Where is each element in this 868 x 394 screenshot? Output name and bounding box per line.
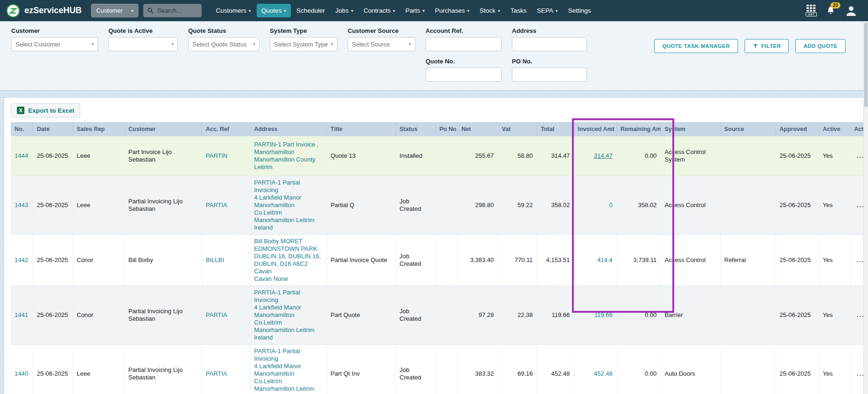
chevron-down-icon: ▾: [249, 8, 251, 13]
filter-label-quote-no: Quote No.: [426, 58, 502, 65]
col-header-po_no[interactable]: Po No: [435, 122, 457, 136]
col-header-source[interactable]: Source: [720, 122, 776, 136]
filter-select-quote-is-active[interactable]: ▾: [108, 37, 178, 51]
cell-action[interactable]: ...: [850, 176, 864, 234]
add-quote-button[interactable]: ADD QUOTE: [795, 39, 845, 53]
quote-task-manager-button[interactable]: QUOTE TASK MANAGER: [654, 39, 738, 53]
col-header-action[interactable]: Action: [850, 122, 864, 136]
chevron-down-icon: ▾: [423, 8, 425, 13]
cell-po_no: [435, 136, 457, 176]
cell-action[interactable]: ...: [850, 286, 864, 344]
content-panel: X Export to Excel No.DateSales RepCustom…: [4, 97, 864, 394]
cell-address[interactable]: PARTIN-1 Part Invoice , Manorhamilton Ma…: [250, 136, 327, 176]
cell-no[interactable]: 1441: [11, 286, 33, 344]
col-header-vat[interactable]: Vat: [498, 122, 537, 136]
export-to-excel-button[interactable]: X Export to Excel: [11, 103, 80, 117]
navbar-right: VAT 20: [806, 4, 861, 17]
nav-item-contracts[interactable]: Contracts▾: [359, 4, 400, 17]
filter-input-account-ref[interactable]: [426, 37, 502, 51]
col-header-sales_rep[interactable]: Sales Rep: [73, 122, 124, 136]
chevron-down-icon: ▾: [467, 8, 470, 13]
nav-item-stock[interactable]: Stock▾: [475, 4, 504, 17]
cell-address[interactable]: PARTIA-1 Partial Invoicing 4 Larkfield M…: [250, 176, 327, 234]
cell-acc_ref[interactable]: PARTIN: [202, 136, 250, 176]
search-input[interactable]: [156, 7, 196, 15]
vat-calculator-icon[interactable]: VAT: [806, 5, 817, 16]
nav-item-sepa[interactable]: SEPA▾: [532, 4, 563, 17]
cell-approved: 25-06-2025: [776, 286, 819, 344]
chevron-down-icon: ▾: [91, 42, 94, 46]
filter-input-po-no[interactable]: [512, 68, 587, 82]
chevron-down-icon: ▾: [331, 42, 333, 46]
table-row[interactable]: 144025-06-2025LeeePartial Invoicing Lijo…: [11, 344, 864, 394]
user-avatar[interactable]: [845, 4, 858, 17]
cell-invoiced_amt[interactable]: 0: [574, 176, 617, 234]
cell-action[interactable]: ...: [850, 344, 864, 394]
filter-select-quote-status[interactable]: Select Quote Status▾: [188, 37, 259, 51]
col-header-no[interactable]: No.: [11, 122, 33, 136]
col-header-customer[interactable]: Customer: [124, 122, 202, 136]
cell-action[interactable]: ...: [850, 136, 864, 176]
cell-invoiced_amt[interactable]: 314.47: [574, 136, 617, 176]
table-row[interactable]: 144125-06-2025ConorPartial Invoicing Lij…: [11, 286, 864, 344]
cell-no[interactable]: 1444: [11, 136, 33, 176]
cell-no[interactable]: 1440: [11, 344, 33, 394]
cell-acc_ref[interactable]: BILLBI: [202, 234, 250, 286]
cell-system: Access Control: [661, 234, 720, 286]
col-header-date[interactable]: Date: [33, 122, 73, 136]
filter-input-address[interactable]: [512, 37, 587, 51]
col-header-invoiced_amt[interactable]: Invoiced Amt: [574, 122, 617, 136]
nav-item-settings[interactable]: Settings: [563, 4, 596, 17]
cell-address[interactable]: Bill Bixby MORET EDMONSTOWN PARK DUBLIN …: [250, 234, 327, 286]
filter-button-label: FILTER: [761, 43, 781, 49]
filter-select-system-type[interactable]: Select System Type▾: [270, 37, 337, 51]
table-row[interactable]: 144325-06-2025LeeePartial Invoicing Lijo…: [11, 176, 864, 234]
filter-select-customer[interactable]: Select Customer▾: [11, 37, 98, 51]
col-header-total[interactable]: Total: [537, 122, 574, 136]
nav-item-purchases[interactable]: Purchases▾: [430, 4, 474, 17]
vertical-scrollbar[interactable]: [863, 21, 868, 394]
nav-item-parts[interactable]: Parts▾: [401, 4, 429, 17]
col-header-system[interactable]: System: [661, 122, 720, 136]
cell-address[interactable]: PARTIA-1 Partial Invoicing 4 Larkfield M…: [250, 286, 327, 344]
scrollbar-thumb[interactable]: [864, 23, 868, 107]
nav-item-tasks[interactable]: Tasks: [506, 4, 532, 17]
cell-no[interactable]: 1443: [11, 176, 33, 234]
global-search[interactable]: [143, 4, 202, 17]
filter-button[interactable]: FILTER: [745, 39, 789, 53]
nav-item-quotes[interactable]: Quotes▾: [257, 4, 291, 17]
cell-sales_rep: Conor: [73, 234, 124, 286]
col-header-approved[interactable]: Approved: [776, 122, 819, 136]
col-header-status[interactable]: Status: [396, 122, 435, 136]
chevron-down-icon: ▾: [131, 8, 133, 13]
select-value: Select Quote Status: [192, 41, 247, 48]
cell-sales_rep: Leee: [73, 136, 124, 176]
col-header-net[interactable]: Net: [457, 122, 498, 136]
col-header-remaining_amt[interactable]: Remaining Amt: [617, 122, 661, 136]
col-header-acc_ref[interactable]: Acc. Ref: [202, 122, 250, 136]
col-header-title[interactable]: Title: [327, 122, 396, 136]
cell-net: 97.28: [457, 286, 498, 344]
table-row[interactable]: 144425-06-2025LeeePart Invoice Lijo Seba…: [11, 136, 864, 176]
cell-total: 358.02: [537, 176, 574, 234]
cell-no[interactable]: 1442: [11, 234, 33, 286]
filter-select-customer-source[interactable]: Select Source▾: [348, 37, 415, 51]
cell-invoiced_amt[interactable]: 414.4: [574, 234, 617, 286]
col-header-active[interactable]: Active: [819, 122, 850, 136]
cell-invoiced_amt[interactable]: 452.48: [574, 344, 617, 394]
nav-item-scheduler[interactable]: Scheduler: [292, 4, 330, 17]
cell-invoiced_amt[interactable]: 119.66: [574, 286, 617, 344]
cell-action[interactable]: ...: [850, 234, 864, 286]
context-selector[interactable]: Customer ▾: [91, 4, 138, 17]
table-row[interactable]: 144225-06-2025ConorBill BixbyBILLBIBill …: [11, 234, 864, 286]
nav-item-customers[interactable]: Customers▾: [211, 4, 256, 17]
cell-acc_ref[interactable]: PARTIA: [202, 286, 250, 344]
cell-acc_ref[interactable]: PARTIA: [202, 176, 250, 234]
cell-remaining_amt: 0.00: [617, 286, 661, 344]
cell-acc_ref[interactable]: PARTIA: [202, 344, 250, 394]
col-header-address[interactable]: Address: [250, 122, 327, 136]
cell-address[interactable]: PARTIA-1 Partial Invoicing 4 Larkfield M…: [250, 344, 327, 394]
filter-input-quote-no[interactable]: [426, 68, 502, 82]
nav-item-jobs[interactable]: Jobs▾: [331, 4, 358, 17]
notifications-bell[interactable]: 20: [826, 6, 835, 15]
